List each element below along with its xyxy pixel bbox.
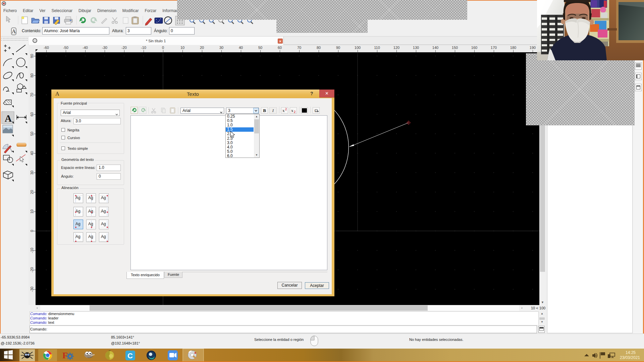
- svg-text:A: A: [5, 113, 12, 124]
- svg-text:C: C: [127, 352, 133, 360]
- svg-text:F: F: [62, 351, 68, 360]
